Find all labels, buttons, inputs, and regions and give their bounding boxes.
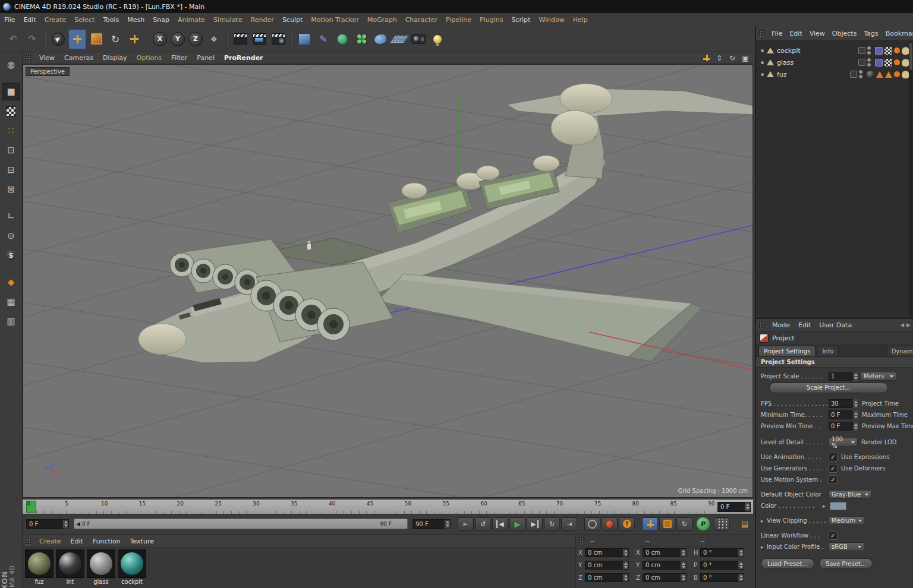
visibility-dots[interactable] <box>867 46 871 55</box>
layer-icon[interactable] <box>858 59 865 66</box>
previous-key-button[interactable]: ↺ <box>475 517 491 531</box>
spinner[interactable] <box>744 502 750 511</box>
ruler-frame-field[interactable]: 0 F <box>717 502 751 512</box>
coord-z-position-field[interactable]: 0 cm <box>585 573 629 582</box>
snapping-workplane-button[interactable]: ▥ <box>2 312 20 330</box>
coord-y-position-field[interactable]: 0 cm <box>585 561 629 570</box>
axis-lock-button[interactable]: ⊝ <box>2 227 20 245</box>
expand-dot-icon[interactable] <box>761 73 764 76</box>
default-object-color-dropdown[interactable]: Gray-Blue <box>829 490 871 499</box>
menu-mesh[interactable]: Mesh <box>123 16 149 24</box>
add-light-button[interactable] <box>429 29 446 49</box>
coord-h-rotation-field[interactable]: 0 ° <box>700 548 744 557</box>
menu-script[interactable]: Script <box>507 16 534 24</box>
polygons-mode-button[interactable]: ⊠ <box>2 181 20 198</box>
tab-info[interactable]: Info <box>817 346 839 356</box>
scale-project-button[interactable]: Scale Project... <box>769 382 888 393</box>
coord-b-rotation-field[interactable]: 0 ° <box>700 573 744 582</box>
coord-p-rotation-field[interactable]: 0 ° <box>700 561 744 570</box>
save-preset-button[interactable]: Save Preset... <box>819 558 873 569</box>
coord-header-rotation[interactable]: -- <box>698 538 753 544</box>
make-editable-button[interactable]: ◍ <box>2 56 20 74</box>
use-animation-checkbox[interactable]: ✓ <box>829 453 838 461</box>
add-floor-button[interactable] <box>391 29 408 49</box>
record-button[interactable] <box>584 517 600 531</box>
phong-tag-icon[interactable] <box>894 71 900 77</box>
coord-header-size[interactable]: -- <box>643 538 698 544</box>
zoom-view-icon[interactable]: ⇕ <box>714 53 724 63</box>
phong-tag-icon[interactable] <box>894 59 900 65</box>
color-swatch[interactable] <box>830 502 846 510</box>
goto-start-button[interactable]: ⇤ <box>458 517 474 531</box>
add-camera-button[interactable] <box>410 29 427 49</box>
material-item-cockpit[interactable]: cockpit <box>118 549 146 585</box>
viewport-label[interactable]: Perspective <box>26 67 70 76</box>
timeline-panel-icon[interactable]: ▤ <box>741 520 748 529</box>
material-item-int[interactable]: int <box>56 549 84 585</box>
menu-file[interactable]: File <box>0 16 19 24</box>
menu-pipeline[interactable]: Pipeline <box>442 16 476 24</box>
material-item-fuz[interactable]: fuz <box>25 549 53 585</box>
vp-menu-filter[interactable]: Filter <box>166 54 192 62</box>
view-clipping-dropdown[interactable]: Medium <box>829 516 864 525</box>
goto-end-button[interactable]: ⇥ <box>561 517 577 531</box>
points-mode-button[interactable]: ⊡ <box>2 141 20 159</box>
add-cube-button[interactable] <box>295 29 313 49</box>
menu-help[interactable]: Help <box>569 16 592 24</box>
om-menu-file[interactable]: File <box>768 30 786 37</box>
spinner[interactable] <box>444 520 450 529</box>
layer-icon[interactable] <box>858 47 865 54</box>
key-position-button[interactable] <box>642 517 658 531</box>
visibility-dots[interactable] <box>859 70 862 78</box>
parameter-record-button[interactable]: P <box>696 517 710 531</box>
end-frame-field[interactable]: 90 F <box>413 519 451 529</box>
scale-tool-button[interactable] <box>87 29 105 49</box>
history-forward-icon[interactable]: ▶ <box>906 322 911 328</box>
om-menu-objects[interactable]: Objects <box>829 30 861 37</box>
render-picture-viewer-button[interactable] <box>250 29 268 49</box>
texture-tag-icon[interactable] <box>884 59 892 67</box>
rotate-view-icon[interactable]: ↻ <box>728 53 737 63</box>
project-scale-unit-dropdown[interactable]: Meters <box>861 372 896 381</box>
render-view-button[interactable] <box>231 29 249 49</box>
menu-mograph[interactable]: MoGraph <box>363 16 401 24</box>
locked-workplane-button[interactable]: ▦ <box>2 293 20 311</box>
spinner[interactable] <box>852 372 858 381</box>
keyframe-selection-button[interactable] <box>714 517 730 531</box>
x-axis-lock-button[interactable]: X <box>153 32 167 46</box>
timeline-slider[interactable]: ◀ 0 F 90 F <box>74 519 408 529</box>
menu-animate[interactable]: Animate <box>174 16 209 24</box>
coordinate-system-button[interactable]: ⌖ <box>205 29 223 49</box>
om-menu-view[interactable]: View <box>806 30 829 37</box>
vp-menu-view[interactable]: View <box>34 54 59 62</box>
object-row-cockpit[interactable]: cockpit <box>756 45 913 56</box>
am-menu-edit[interactable]: Edit <box>794 321 815 329</box>
load-preset-button[interactable]: Load Preset... <box>761 558 814 569</box>
object-row-glass[interactable]: glass <box>756 56 913 68</box>
mat-menu-edit[interactable]: Edit <box>66 538 88 545</box>
spinner[interactable] <box>852 399 858 408</box>
menu-tools[interactable]: Tools <box>99 16 123 24</box>
phong-tag-icon[interactable] <box>894 48 900 53</box>
panel-grip[interactable] <box>758 30 764 37</box>
slider-handle[interactable]: ◀ 0 F <box>74 521 90 527</box>
section-header[interactable]: Project Settings <box>756 357 913 368</box>
workplane-mode-button[interactable]: ∷ <box>2 122 20 140</box>
om-scrollbar[interactable] <box>909 41 913 318</box>
snap-button[interactable]: S <box>2 246 20 264</box>
minimum-time-field[interactable]: 0 F <box>829 410 858 419</box>
project-scale-field[interactable]: 1 <box>829 372 858 381</box>
keying-settings-button[interactable]: ? <box>619 517 635 531</box>
current-frame-field[interactable]: 0 F <box>26 519 69 529</box>
panel-grip[interactable] <box>578 537 584 545</box>
timeline-track[interactable]: 0 5 10 15 20 25 30 35 40 45 50 55 60 65 … <box>23 499 717 515</box>
vp-menu-prorender[interactable]: ProRender <box>219 54 268 62</box>
vp-menu-options[interactable]: Options <box>132 54 166 62</box>
z-axis-lock-button[interactable]: Z <box>188 32 203 46</box>
live-selection-button[interactable] <box>49 29 67 49</box>
visibility-dots[interactable] <box>867 58 871 67</box>
edges-mode-button[interactable]: ⊟ <box>2 161 20 179</box>
next-frame-button[interactable]: ▶ <box>527 517 543 531</box>
uvw-tag-icon[interactable] <box>875 47 883 55</box>
menu-create[interactable]: Create <box>40 16 71 24</box>
